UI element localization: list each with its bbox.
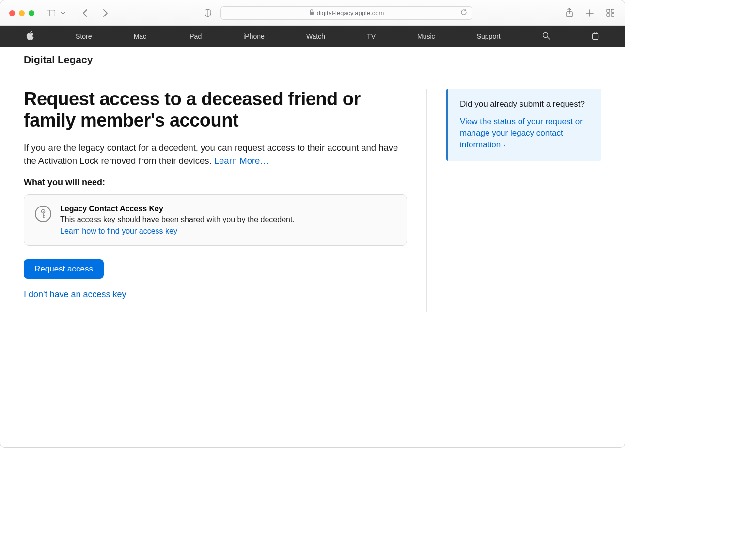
- nav-item-support[interactable]: Support: [477, 32, 501, 40]
- aside-link-text: View the status of your request or manag…: [460, 117, 583, 149]
- svg-point-8: [543, 32, 548, 37]
- nav-item-music[interactable]: Music: [417, 32, 435, 40]
- aside-heading: Did you already submit a request?: [460, 99, 590, 109]
- address-bar[interactable]: digital-legacy.apple.com: [220, 6, 472, 20]
- nav-item-iphone[interactable]: iPhone: [243, 32, 265, 40]
- nav-item-mac[interactable]: Mac: [134, 32, 146, 40]
- intro-text: If you are the legacy contact for a dece…: [24, 143, 398, 166]
- window-controls: [9, 10, 34, 16]
- svg-rect-5: [611, 9, 614, 12]
- no-access-key-link[interactable]: I don't have an access key: [24, 289, 407, 300]
- page-title: Digital Legacy: [24, 54, 93, 65]
- request-access-button[interactable]: Request access: [24, 259, 104, 279]
- access-key-title: Legacy Contact Access Key: [60, 205, 295, 213]
- svg-rect-0: [47, 10, 55, 16]
- url-text: digital-legacy.apple.com: [317, 9, 384, 16]
- what-you-need-label: What you will need:: [24, 177, 407, 188]
- minimize-window-button[interactable]: [19, 10, 25, 16]
- close-window-button[interactable]: [9, 10, 15, 16]
- svg-rect-2: [310, 12, 314, 15]
- learn-more-link[interactable]: Learn More…: [214, 156, 269, 166]
- svg-point-12: [43, 211, 44, 212]
- nav-item-tv[interactable]: TV: [367, 32, 376, 40]
- chevron-down-icon[interactable]: [60, 7, 66, 19]
- lock-icon: [309, 9, 314, 16]
- main-content: Request access to a deceased friend or f…: [0, 72, 625, 312]
- bag-icon[interactable]: [592, 32, 599, 42]
- fullscreen-window-button[interactable]: [29, 10, 34, 16]
- global-nav: Store Mac iPad iPhone Watch TV Music Sup…: [0, 26, 625, 47]
- access-key-card: Legacy Contact Access Key This access ke…: [24, 194, 407, 246]
- reload-icon[interactable]: [460, 9, 467, 17]
- intro-paragraph: If you are the legacy contact for a dece…: [24, 142, 407, 168]
- aside: Did you already submit a request? View t…: [427, 89, 601, 312]
- nav-item-ipad[interactable]: iPad: [188, 32, 202, 40]
- svg-rect-4: [607, 9, 610, 12]
- svg-line-9: [547, 37, 550, 39]
- shield-icon[interactable]: [202, 7, 214, 19]
- svg-rect-7: [611, 14, 614, 16]
- svg-rect-6: [607, 14, 610, 16]
- share-icon[interactable]: [564, 7, 575, 19]
- nav-item-watch[interactable]: Watch: [306, 32, 325, 40]
- already-submitted-card: Did you already submit a request? View t…: [446, 89, 601, 161]
- nav-item-store[interactable]: Store: [76, 32, 92, 40]
- heading: Request access to a deceased friend or f…: [24, 89, 407, 131]
- back-button[interactable]: [79, 7, 91, 19]
- tab-overview-icon[interactable]: [604, 7, 616, 19]
- local-nav: Digital Legacy: [0, 47, 625, 72]
- search-icon[interactable]: [542, 32, 550, 41]
- key-icon: [35, 206, 51, 222]
- find-key-link[interactable]: Learn how to find your access key: [60, 227, 177, 235]
- sidebar-icon[interactable]: [45, 7, 57, 19]
- svg-rect-10: [592, 33, 598, 39]
- access-key-desc: This access key should have been shared …: [60, 215, 295, 224]
- apple-logo[interactable]: [26, 31, 34, 42]
- browser-toolbar: digital-legacy.apple.com: [0, 0, 625, 26]
- view-status-link[interactable]: View the status of your request or manag…: [460, 117, 583, 149]
- chevron-right-icon: ›: [502, 142, 505, 149]
- new-tab-icon[interactable]: [584, 7, 596, 19]
- forward-button[interactable]: [99, 7, 111, 19]
